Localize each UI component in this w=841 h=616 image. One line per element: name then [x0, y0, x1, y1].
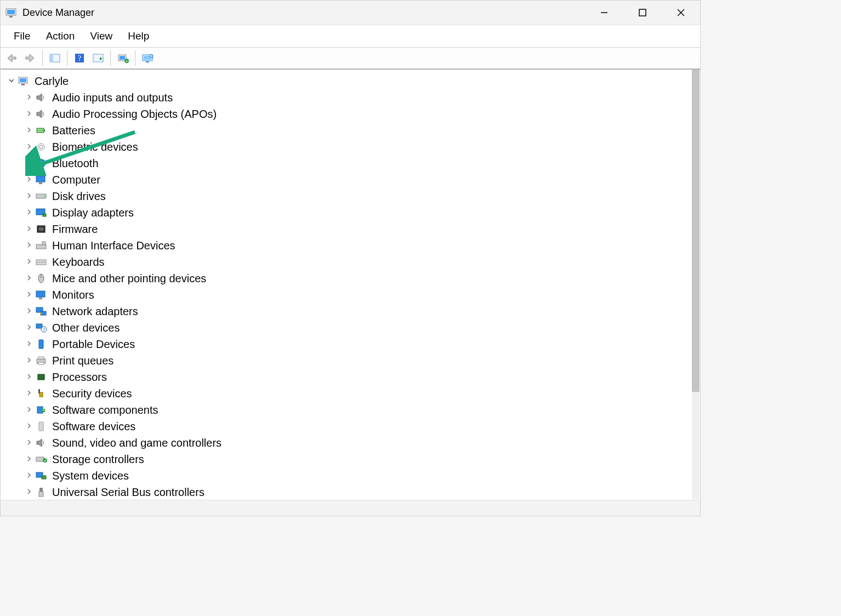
- devices-and-printers-button[interactable]: [139, 50, 156, 66]
- softcomp-icon: +: [35, 404, 48, 416]
- chevron-right-icon[interactable]: [24, 221, 35, 237]
- chevron-right-icon[interactable]: [24, 270, 35, 287]
- forward-button[interactable]: [21, 50, 39, 66]
- tree-item-label: Mice and other pointing devices: [52, 270, 206, 287]
- tree-item[interactable]: Sound, video and game controllers: [2, 435, 691, 451]
- help-button[interactable]: ?: [71, 50, 88, 66]
- svg-rect-8: [50, 54, 53, 62]
- chevron-right-icon[interactable]: [24, 172, 35, 188]
- show-hide-console-tree-button[interactable]: [46, 50, 64, 66]
- tree-item[interactable]: Security devices: [2, 385, 691, 402]
- menu-view[interactable]: View: [82, 28, 120, 44]
- back-button[interactable]: [3, 50, 20, 66]
- tree-item[interactable]: Storage controllers: [2, 451, 691, 467]
- tree-item-label: Disk drives: [52, 188, 106, 204]
- tree-item-label: Processors: [52, 369, 107, 385]
- chevron-right-icon[interactable]: [24, 435, 35, 451]
- toolbar: ? +: [1, 48, 700, 70]
- tree-item[interactable]: Display adapters: [2, 204, 691, 221]
- tree-item[interactable]: Network adapters: [2, 303, 691, 320]
- chevron-right-icon[interactable]: [24, 155, 35, 172]
- tree-item[interactable]: Portable Devices: [2, 336, 691, 352]
- tree-item[interactable]: Audio Processing Objects (APOs): [2, 106, 691, 122]
- tree-item[interactable]: Biometric devices: [2, 139, 691, 155]
- tree-item-label: Sound, video and game controllers: [52, 435, 221, 451]
- chevron-right-icon[interactable]: [24, 467, 35, 484]
- chevron-right-icon[interactable]: [24, 320, 35, 336]
- scan-hardware-button[interactable]: +: [114, 50, 132, 66]
- chevron-right-icon[interactable]: [24, 106, 35, 122]
- display-icon: [35, 207, 48, 219]
- svg-rect-59: [38, 362, 44, 364]
- tree-item[interactable]: Monitors: [2, 287, 691, 303]
- tree-item[interactable]: Disk drives: [2, 188, 691, 204]
- chevron-right-icon[interactable]: [24, 254, 35, 270]
- tree-item[interactable]: Audio inputs and outputs: [2, 89, 691, 106]
- chevron-right-icon[interactable]: [24, 418, 35, 435]
- monitor-icon: [35, 174, 48, 186]
- maximize-button[interactable]: [623, 1, 662, 25]
- tree-item[interactable]: Bluetooth: [2, 155, 691, 172]
- tree-item-label: Biometric devices: [52, 139, 138, 155]
- svg-rect-1: [7, 10, 15, 14]
- chevron-down-icon[interactable]: [6, 73, 17, 89]
- chevron-right-icon[interactable]: [24, 89, 35, 106]
- chevron-right-icon[interactable]: [24, 204, 35, 221]
- storage-icon: [35, 453, 48, 465]
- chevron-right-icon[interactable]: [24, 402, 35, 418]
- svg-rect-71: [36, 457, 44, 461]
- svg-rect-35: [43, 214, 46, 216]
- tree-item-label: Software components: [52, 402, 158, 418]
- svg-rect-37: [39, 227, 43, 231]
- usb-icon: [35, 486, 48, 498]
- chevron-right-icon[interactable]: [24, 303, 35, 320]
- chevron-right-icon[interactable]: [24, 237, 35, 254]
- tree-item[interactable]: Human Interface Devices: [2, 237, 691, 254]
- chevron-right-icon[interactable]: [24, 122, 35, 139]
- svg-rect-75: [39, 488, 43, 492]
- svg-text:?: ?: [78, 54, 81, 62]
- tree-root[interactable]: Carlyle: [2, 73, 691, 89]
- menu-help[interactable]: Help: [120, 28, 157, 44]
- chevron-right-icon[interactable]: [24, 352, 35, 369]
- tree-item[interactable]: +Software components: [2, 402, 691, 418]
- tree-item[interactable]: Print queues: [2, 352, 691, 369]
- tree-item-label: Audio Processing Objects (APOs): [52, 106, 217, 122]
- tree-item[interactable]: Keyboards: [2, 254, 691, 270]
- chevron-right-icon[interactable]: [24, 188, 35, 204]
- vertical-scrollbar[interactable]: [692, 70, 700, 499]
- chevron-right-icon[interactable]: [24, 385, 35, 402]
- speaker-icon: [35, 92, 48, 104]
- action-panel-button[interactable]: [89, 50, 107, 66]
- window-controls: [585, 1, 700, 25]
- minimize-button[interactable]: [585, 1, 623, 25]
- window-title: Device Manager: [22, 7, 94, 19]
- svg-rect-30: [36, 176, 45, 182]
- tree-item[interactable]: Software devices: [2, 418, 691, 435]
- tree-item[interactable]: System devices: [2, 467, 691, 484]
- chevron-right-icon[interactable]: [24, 336, 35, 352]
- chevron-right-icon[interactable]: [24, 484, 35, 499]
- chevron-right-icon[interactable]: [24, 139, 35, 155]
- close-button[interactable]: [662, 1, 700, 25]
- tree-item[interactable]: Universal Serial Bus controllers: [2, 484, 691, 499]
- tree-item[interactable]: Firmware: [2, 221, 691, 237]
- tree-item-label: Universal Serial Bus controllers: [52, 484, 204, 499]
- tree-item[interactable]: Mice and other pointing devices: [2, 270, 691, 287]
- system-icon: [35, 470, 48, 482]
- svg-rect-18: [144, 56, 151, 60]
- chevron-right-icon[interactable]: [24, 287, 35, 303]
- tree-item[interactable]: Processors: [2, 369, 691, 385]
- scrollbar-thumb[interactable]: [692, 70, 700, 392]
- tree-item[interactable]: Batteries: [2, 122, 691, 139]
- menu-action[interactable]: Action: [38, 28, 83, 44]
- speaker-icon: [35, 108, 48, 120]
- chevron-right-icon[interactable]: [24, 451, 35, 467]
- chevron-right-icon[interactable]: [24, 369, 35, 385]
- tree-item[interactable]: ?Other devices: [2, 320, 691, 336]
- tree-item-label: Network adapters: [52, 303, 138, 320]
- tree-item[interactable]: Computer: [2, 172, 691, 188]
- menu-file[interactable]: File: [6, 28, 38, 44]
- title-bar: Device Manager: [1, 1, 700, 25]
- tree-item-label: Display adapters: [52, 204, 134, 221]
